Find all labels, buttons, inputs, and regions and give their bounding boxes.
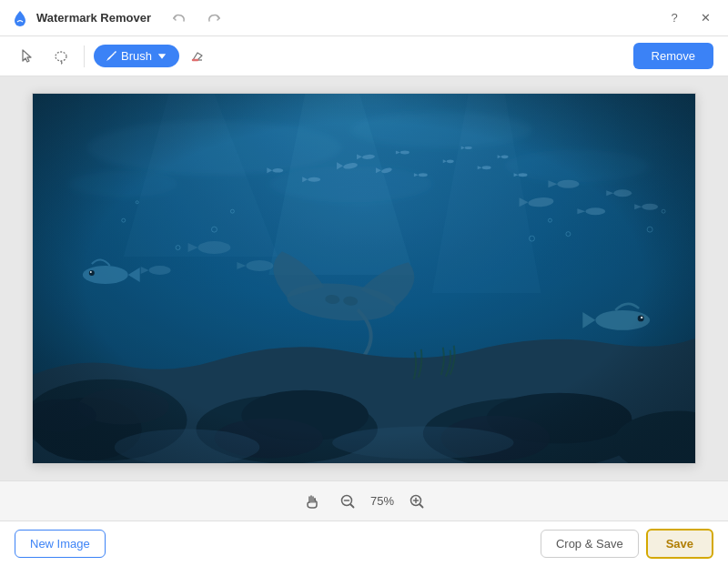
remove-label: Remove — [652, 49, 695, 63]
title-bar: Watermark Remover ? ✕ — [0, 0, 728, 36]
save-label: Save — [666, 537, 693, 551]
underwater-image — [33, 94, 695, 463]
new-image-label: New Image — [30, 537, 90, 551]
save-button[interactable]: Save — [646, 529, 713, 559]
select-tool-button[interactable] — [15, 43, 42, 70]
toolbar: Brush Remove — [0, 36, 728, 76]
app-title: Watermark Remover — [36, 11, 151, 25]
brush-label: Brush — [121, 49, 152, 63]
zoom-out-button[interactable] — [334, 488, 361, 515]
lasso-tool-button[interactable] — [47, 43, 75, 70]
new-image-button[interactable]: New Image — [15, 530, 106, 558]
remove-button[interactable]: Remove — [633, 43, 713, 69]
hand-tool-button[interactable] — [298, 488, 325, 515]
close-button[interactable]: ✕ — [693, 6, 717, 30]
action-bar: New Image Crop & Save Save — [0, 521, 728, 566]
eraser-tool-button[interactable] — [185, 43, 212, 70]
crop-save-label: Crop & Save — [556, 537, 623, 551]
svg-point-0 — [56, 52, 66, 61]
redo-button[interactable] — [200, 5, 228, 32]
brush-tool-button[interactable]: Brush — [94, 45, 179, 67]
image-container — [32, 93, 696, 464]
zoom-bar: 75% — [0, 480, 728, 521]
app-logo-icon — [11, 9, 29, 27]
help-button[interactable]: ? — [662, 6, 686, 30]
svg-line-93 — [420, 504, 423, 507]
crop-save-button[interactable]: Crop & Save — [541, 530, 639, 558]
tool-divider-1 — [84, 45, 85, 67]
right-action-buttons: Crop & Save Save — [541, 529, 713, 559]
svg-line-89 — [350, 504, 353, 507]
svg-rect-86 — [33, 94, 695, 463]
zoom-level: 75% — [370, 494, 394, 508]
undo-button[interactable] — [166, 5, 193, 32]
zoom-in-button[interactable] — [403, 488, 430, 515]
main-area — [0, 76, 728, 480]
